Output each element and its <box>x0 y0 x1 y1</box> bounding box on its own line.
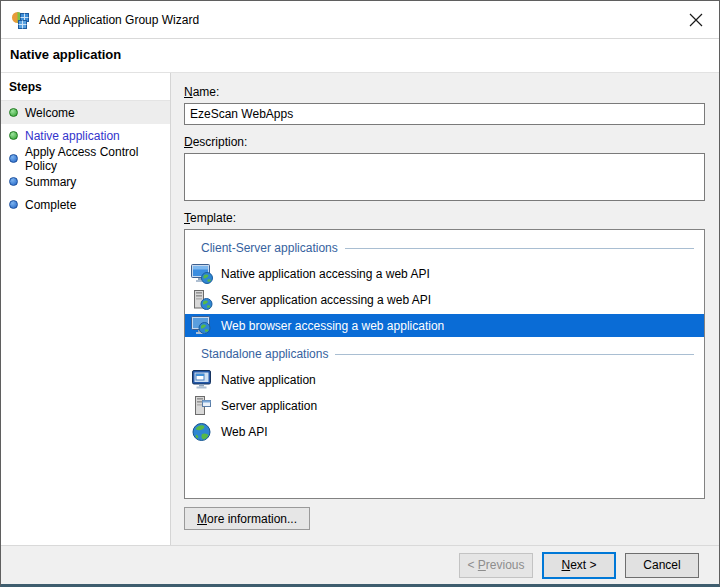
steps-header: Steps <box>1 73 170 101</box>
globe-icon <box>191 422 213 442</box>
template-item-server-app-web-api[interactable]: Server application accessing a web API <box>185 288 704 311</box>
close-x-icon <box>689 13 703 27</box>
server-icon <box>191 396 213 416</box>
wizard-body: Steps Welcome Native application Apply A… <box>1 72 719 545</box>
title-bar: Add Application Group Wizard <box>1 1 719 39</box>
template-item-server-application[interactable]: Server application <box>185 394 704 417</box>
monitor-globe-icon <box>191 264 213 284</box>
cancel-button[interactable]: Cancel <box>625 553 699 578</box>
step-status-icon <box>9 108 18 117</box>
step-status-icon <box>9 200 18 209</box>
wizard-content: Name: Description: Template: Client-Serv… <box>171 73 719 545</box>
close-button[interactable] <box>679 5 713 35</box>
description-label: Description: <box>184 135 705 149</box>
name-label: Name: <box>184 85 705 99</box>
monitor-icon <box>191 370 213 390</box>
template-listbox: Client-Server applications <box>184 229 705 499</box>
template-item-native-app-web-api[interactable]: Native application accessing a web API <box>185 262 704 285</box>
template-item-web-api[interactable]: Web API <box>185 420 704 443</box>
group-header-rule <box>345 248 694 249</box>
next-button[interactable]: Next > <box>542 552 616 579</box>
sidebar-item-welcome[interactable]: Welcome <box>1 101 170 124</box>
page-title: Native application <box>1 39 719 72</box>
step-status-icon <box>9 131 18 140</box>
description-input[interactable] <box>184 153 705 201</box>
group-header-client-server: Client-Server applications <box>185 238 704 258</box>
template-item-web-browser-web-application[interactable]: Web browser accessing a web application <box>185 314 704 337</box>
server-globe-icon <box>191 290 213 310</box>
browser-globe-icon <box>191 316 213 336</box>
window-title: Add Application Group Wizard <box>39 13 199 27</box>
application-group-icon <box>11 10 31 30</box>
steps-sidebar: Steps Welcome Native application Apply A… <box>1 73 171 545</box>
wizard-footer: < Previous Next > Cancel <box>1 545 719 584</box>
group-header-standalone: Standalone applications <box>185 344 704 364</box>
sidebar-item-complete[interactable]: Complete <box>1 193 170 216</box>
name-input[interactable] <box>184 103 705 125</box>
step-status-icon <box>9 154 18 163</box>
sidebar-item-apply-access-control-policy[interactable]: Apply Access Control Policy <box>1 147 170 170</box>
add-application-group-wizard-window: Add Application Group Wizard Native appl… <box>0 0 720 587</box>
sidebar-item-summary[interactable]: Summary <box>1 170 170 193</box>
template-label: Template: <box>184 211 705 225</box>
previous-button[interactable]: < Previous <box>459 553 533 578</box>
group-header-rule <box>335 354 694 355</box>
more-information-button[interactable]: More information... <box>184 507 310 530</box>
step-status-icon <box>9 177 18 186</box>
template-item-native-application[interactable]: Native application <box>185 368 704 391</box>
